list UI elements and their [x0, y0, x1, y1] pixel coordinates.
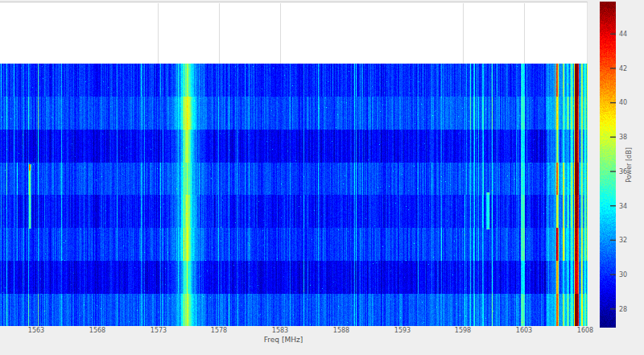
- colorbar-tick-label: 44: [619, 31, 627, 38]
- colorbar-axis-label: Power [dB]: [625, 147, 633, 183]
- colorbar-tick-label: 28: [619, 306, 627, 313]
- x-tick-label: 1608: [577, 327, 593, 334]
- x-tick-label: 1583: [272, 327, 288, 334]
- colorbar-tick-label: 30: [619, 271, 627, 279]
- plot-area: [0, 2, 588, 325]
- x-tick-label: 1563: [28, 327, 44, 334]
- x-tick-label: 1593: [394, 327, 411, 334]
- x-tick-label: 1573: [151, 327, 167, 334]
- colorbar-tick-label: 38: [619, 134, 627, 141]
- x-axis-label: Freq [MHz]: [264, 336, 303, 344]
- x-tick-label: 1588: [333, 327, 349, 334]
- spectrogram-page: { "chart_data": { "type": "heatmap", "su…: [0, 0, 644, 355]
- colorbar-tick-label: 32: [619, 237, 627, 244]
- colorbar-tick-label: 42: [619, 65, 627, 72]
- colorbar-tick-label: 34: [619, 203, 627, 210]
- colorbar: [600, 2, 616, 328]
- x-tick-label: 1598: [455, 327, 471, 334]
- spectrogram-canvas: [0, 64, 588, 326]
- x-tick-label: 1603: [516, 327, 532, 334]
- colorbar-gradient-canvas: [600, 2, 616, 328]
- colorbar-tick-label: 40: [619, 99, 627, 106]
- x-tick-label: 1568: [89, 327, 105, 334]
- x-tick-label: 1578: [211, 327, 227, 334]
